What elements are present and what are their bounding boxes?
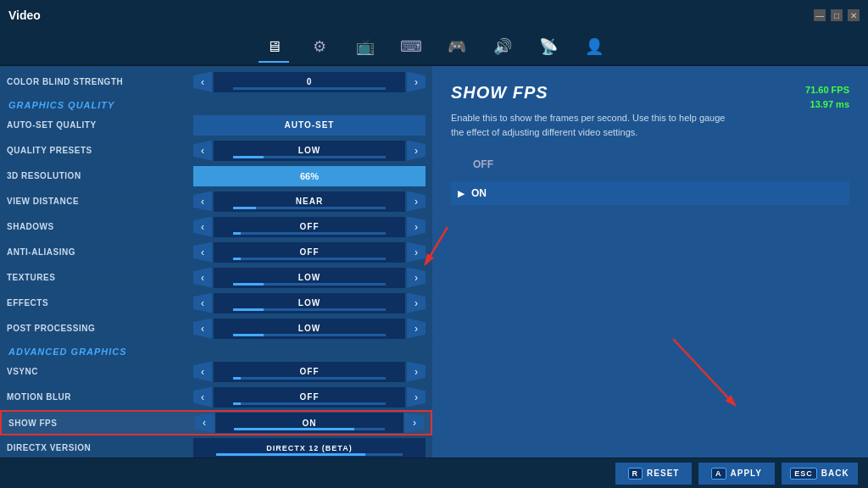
value-post-processing: LOW [214, 319, 405, 339]
value-directx-version: DIRECTX 12 (BETA) [193, 438, 426, 458]
detail-description: Enable this to show the frames per secon… [451, 111, 739, 139]
label-color-blind-strength: COLOR BLIND STRENGTH [7, 77, 193, 86]
nav-keyboard[interactable]: ⌨ [396, 32, 426, 63]
value-color-blind-strength: 0 [214, 72, 405, 92]
option-row: OFF ON [451, 152, 849, 205]
arrow-right-view-distance[interactable]: › [407, 191, 426, 212]
option-on[interactable]: ON [451, 181, 849, 205]
label-shadows: SHADOWS [7, 222, 193, 231]
label-view-distance: VIEW DISTANCE [7, 197, 193, 206]
value-quality-presets: LOW [214, 141, 405, 161]
detail-title: SHOW FPS [451, 83, 849, 103]
label-post-processing: POST PROCESSING [7, 324, 193, 333]
label-anti-aliasing: ANTI-ALIASING [7, 247, 193, 257]
section-title-graphics-quality: GRAPHICS QUALITY [0, 95, 432, 113]
svg-line-3 [673, 339, 732, 402]
nav-user[interactable]: 👤 [579, 32, 609, 63]
nav-gear[interactable]: ⚙ [304, 32, 335, 63]
nav-network[interactable]: 📡 [533, 32, 564, 63]
close-button[interactable]: ✕ [848, 9, 860, 21]
apply-key: A [711, 468, 726, 480]
arrow-left-motion-blur[interactable]: ‹ [193, 387, 212, 408]
control-motion-blur: ‹ OFF › [193, 387, 426, 408]
bottom-bar: R RESET A APPLY ESC BACK [0, 458, 868, 488]
arrow-left-shadows[interactable]: ‹ [193, 217, 212, 237]
control-quality-presets: ‹ LOW › [193, 141, 426, 161]
control-3d-resolution: 66% [193, 166, 426, 186]
back-button[interactable]: ESC BACK [782, 463, 858, 485]
reset-button[interactable]: R RESET [615, 463, 692, 485]
nav-bar: 🖥 ⚙ 📺 ⌨ 🎮 🔊 📡 👤 [0, 30, 868, 66]
arrow-left-quality[interactable]: ‹ [193, 141, 212, 161]
setting-row-motion-blur: MOTION BLUR ‹ OFF › [0, 385, 432, 410]
label-quality-presets: QUALITY PRESETS [7, 146, 193, 155]
label-effects: EFFECTS [7, 298, 193, 308]
control-view-distance: ‹ NEAR › [193, 191, 426, 212]
arrow-right-shadows[interactable]: › [407, 217, 426, 237]
window-title: Video [8, 8, 41, 22]
value-vsync: OFF [214, 362, 405, 382]
setting-row-vsync: VSYNC ‹ OFF › [0, 359, 432, 385]
value-anti-aliasing: OFF [214, 242, 405, 263]
btn-auto-set[interactable]: AUTO-SET [193, 115, 426, 136]
arrow-right-vsync[interactable]: › [407, 362, 426, 382]
arrow-left-anti-aliasing[interactable]: ‹ [193, 242, 212, 263]
arrow-right-motion-blur[interactable]: › [407, 387, 426, 408]
reset-key: R [628, 468, 643, 480]
value-3d-resolution[interactable]: 66% [193, 166, 426, 186]
control-show-fps: ‹ ON › [195, 413, 424, 433]
arrow-left-view-distance[interactable]: ‹ [193, 191, 212, 212]
setting-row-directx-version: DIRECTX VERSION DIRECTX 12 (BETA) [0, 435, 432, 458]
setting-row-quality-presets: QUALITY PRESETS ‹ LOW › [0, 138, 432, 164]
arrow-right-effects[interactable]: › [407, 293, 426, 313]
arrow-left-effects[interactable]: ‹ [193, 293, 212, 313]
setting-row-show-fps: SHOW FPS ‹ ON › [0, 410, 432, 435]
label-vsync: VSYNC [7, 367, 193, 376]
option-off[interactable]: OFF [451, 152, 849, 176]
setting-row-textures: TEXTURES ‹ LOW › [0, 265, 432, 291]
control-post-processing: ‹ LOW › [193, 319, 426, 339]
setting-row-auto-set-quality: AUTO-SET QUALITY AUTO-SET [0, 113, 432, 138]
setting-row-anti-aliasing: ANTI-ALIASING ‹ OFF › [0, 240, 432, 265]
label-motion-blur: MOTION BLUR [7, 392, 193, 402]
minimize-button[interactable]: — [814, 9, 826, 21]
setting-row-color-blind-strength: COLOR BLIND STRENGTH ‹ 0 › [0, 69, 432, 95]
arrow-right-textures[interactable]: › [407, 268, 426, 288]
nav-monitor[interactable]: 🖥 [259, 32, 289, 63]
nav-display[interactable]: 📺 [350, 32, 381, 63]
arrow-right-anti-aliasing[interactable]: › [407, 242, 426, 263]
arrow-right-quality[interactable]: › [407, 141, 426, 161]
control-auto-set-quality: AUTO-SET [193, 115, 426, 136]
arrow-annotation-right [665, 330, 749, 415]
apply-button[interactable]: A APPLY [698, 463, 775, 485]
arrow-left-textures[interactable]: ‹ [193, 268, 212, 288]
setting-row-post-processing: POST PROCESSING ‹ LOW › [0, 316, 432, 341]
control-directx-version: DIRECTX 12 (BETA) [193, 438, 426, 458]
arrow-right-show-fps[interactable]: › [405, 413, 424, 433]
back-label: BACK [821, 469, 849, 478]
arrow-left-vsync[interactable]: ‹ [193, 362, 212, 382]
value-view-distance: NEAR [214, 191, 405, 212]
right-panel: SHOW FPS Enable this to show the frames … [432, 66, 868, 458]
control-effects: ‹ LOW › [193, 293, 426, 313]
back-key: ESC [790, 468, 817, 480]
value-motion-blur: OFF [214, 387, 405, 408]
arrow-right-color-blind[interactable]: › [407, 72, 426, 92]
control-color-blind-strength: ‹ 0 › [193, 72, 426, 92]
arrow-left-show-fps[interactable]: ‹ [195, 413, 214, 433]
arrow-left-color-blind[interactable]: ‹ [193, 72, 212, 92]
window-controls[interactable]: — □ ✕ [814, 9, 860, 21]
label-auto-set-quality: AUTO-SET QUALITY [7, 120, 193, 130]
setting-row-shadows: SHADOWS ‹ OFF › [0, 214, 432, 240]
reset-label: RESET [647, 469, 679, 478]
maximize-button[interactable]: □ [831, 9, 843, 21]
nav-controller[interactable]: 🎮 [442, 32, 472, 63]
value-effects: LOW [214, 293, 405, 313]
control-vsync: ‹ OFF › [193, 362, 426, 382]
nav-audio[interactable]: 🔊 [487, 32, 518, 63]
arrow-left-post-processing[interactable]: ‹ [193, 319, 212, 339]
apply-label: APPLY [731, 469, 762, 478]
value-textures: LOW [214, 268, 405, 288]
label-3d-resolution: 3D RESOLUTION [7, 171, 193, 180]
arrow-right-post-processing[interactable]: › [407, 319, 426, 339]
